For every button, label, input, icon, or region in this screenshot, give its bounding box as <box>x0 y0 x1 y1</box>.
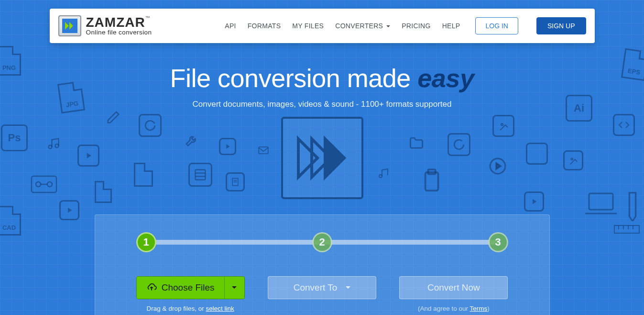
converter-panel: 1 2 3 Choose Files Drag & drop files, or… <box>95 214 550 315</box>
step-2: 2 <box>312 232 332 252</box>
hero-subtitle: Convert documents, images, videos & soun… <box>0 100 644 109</box>
step-3: 3 <box>488 232 508 252</box>
nav-converters[interactable]: CONVERTERS <box>335 22 390 30</box>
play-icon <box>59 200 79 220</box>
brand-name: ZAMZAR™ <box>86 16 152 29</box>
drag-drop-hint: Drag & drop files, or select link <box>136 305 245 312</box>
hero-logo-icon <box>281 117 363 199</box>
choose-files-group: Choose Files <box>136 276 245 299</box>
brand-logo[interactable]: ZAMZAR™ Online file conversion <box>58 15 152 36</box>
ruler-icon <box>614 225 640 234</box>
upload-cloud-icon <box>146 283 157 292</box>
choose-files-caret[interactable] <box>224 277 244 299</box>
nav-myfiles[interactable]: MY FILES <box>292 22 324 30</box>
nav-pricing[interactable]: PRICING <box>402 22 430 30</box>
choose-files-button[interactable]: Choose Files <box>137 277 224 299</box>
terms-hint: (And agree to our Terms) <box>399 305 508 312</box>
login-button[interactable]: LOG IN <box>475 17 518 34</box>
nav-links: API FORMATS MY FILES CONVERTERS PRICING … <box>225 17 586 34</box>
deco-icon: CAD <box>0 206 21 236</box>
brand-tagline: Online file conversion <box>86 29 152 36</box>
convert-now-button[interactable]: Convert Now <box>399 276 508 299</box>
hero-title: File conversion made easy <box>0 63 644 93</box>
nav-help[interactable]: HELP <box>442 22 460 30</box>
navbar: ZAMZAR™ Online file conversion API FORMA… <box>50 9 595 43</box>
nav-formats[interactable]: FORMATS <box>248 22 281 30</box>
step-indicator: 1 2 3 <box>136 232 508 252</box>
nav-api[interactable]: API <box>225 22 236 30</box>
svg-rect-20 <box>614 225 639 233</box>
convert-to-select[interactable]: Convert To <box>268 276 376 299</box>
step-1: 1 <box>136 232 156 252</box>
logo-mark-icon <box>58 15 81 36</box>
signup-button[interactable]: SIGN UP <box>536 17 586 34</box>
select-link[interactable]: select link <box>206 305 234 312</box>
terms-link[interactable]: Terms <box>469 305 487 312</box>
hero: File conversion made easy Convert docume… <box>0 63 644 199</box>
